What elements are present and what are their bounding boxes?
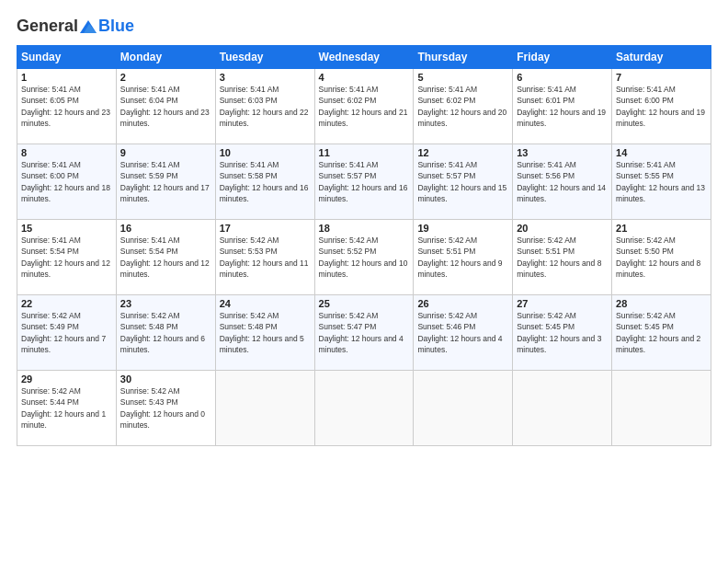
calendar-cell: 22 Sunrise: 5:42 AMSunset: 5:49 PMDaylig… <box>17 295 117 371</box>
calendar-cell: 4 Sunrise: 5:41 AMSunset: 6:02 PMDayligh… <box>314 69 414 144</box>
cell-info: Sunrise: 5:42 AMSunset: 5:46 PMDaylight:… <box>417 311 502 354</box>
calendar-table: SundayMondayTuesdayWednesdayThursdayFrid… <box>17 45 711 446</box>
dow-header: Tuesday <box>215 46 314 69</box>
calendar-cell: 5 Sunrise: 5:41 AMSunset: 6:02 PMDayligh… <box>414 69 513 144</box>
cell-info: Sunrise: 5:41 AMSunset: 6:02 PMDaylight:… <box>319 85 408 128</box>
day-number: 24 <box>220 298 311 309</box>
dow-header: Friday <box>513 46 612 69</box>
calendar-cell: 15 Sunrise: 5:41 AMSunset: 5:54 PMDaylig… <box>17 220 117 295</box>
calendar-cell: 2 Sunrise: 5:41 AMSunset: 6:04 PMDayligh… <box>116 69 215 144</box>
cell-info: Sunrise: 5:42 AMSunset: 5:45 PMDaylight:… <box>517 311 601 354</box>
dow-header: Wednesday <box>314 46 414 69</box>
calendar-cell <box>612 371 711 446</box>
day-number: 5 <box>417 72 508 83</box>
day-number: 3 <box>220 72 311 83</box>
cell-info: Sunrise: 5:42 AMSunset: 5:49 PMDaylight:… <box>21 311 106 354</box>
cell-info: Sunrise: 5:41 AMSunset: 6:03 PMDaylight:… <box>220 85 309 128</box>
calendar-cell: 21 Sunrise: 5:42 AMSunset: 5:50 PMDaylig… <box>612 220 711 295</box>
cell-info: Sunrise: 5:41 AMSunset: 6:01 PMDaylight:… <box>517 85 606 128</box>
cell-info: Sunrise: 5:41 AMSunset: 6:00 PMDaylight:… <box>21 160 110 203</box>
day-number: 16 <box>120 223 211 234</box>
cell-info: Sunrise: 5:41 AMSunset: 5:56 PMDaylight:… <box>517 160 606 203</box>
cell-info: Sunrise: 5:42 AMSunset: 5:51 PMDaylight:… <box>517 236 601 279</box>
day-number: 27 <box>517 298 608 309</box>
cell-info: Sunrise: 5:42 AMSunset: 5:48 PMDaylight:… <box>120 311 205 354</box>
day-number: 22 <box>21 298 112 309</box>
day-number: 20 <box>517 223 608 234</box>
cell-info: Sunrise: 5:42 AMSunset: 5:44 PMDaylight:… <box>21 386 106 430</box>
calendar-cell: 28 Sunrise: 5:42 AMSunset: 5:45 PMDaylig… <box>612 295 711 371</box>
calendar-cell: 11 Sunrise: 5:41 AMSunset: 5:57 PMDaylig… <box>314 144 414 220</box>
cell-info: Sunrise: 5:41 AMSunset: 5:58 PMDaylight:… <box>220 160 309 203</box>
cell-info: Sunrise: 5:41 AMSunset: 6:05 PMDaylight:… <box>21 85 110 128</box>
cell-info: Sunrise: 5:41 AMSunset: 6:00 PMDaylight:… <box>616 85 705 128</box>
day-number: 11 <box>319 147 410 158</box>
day-number: 25 <box>319 298 410 309</box>
calendar-cell: 20 Sunrise: 5:42 AMSunset: 5:51 PMDaylig… <box>513 220 612 295</box>
dow-header: Monday <box>116 46 215 69</box>
page: General Blue SundayMondayTuesdayWednesda… <box>0 0 728 563</box>
day-number: 28 <box>616 298 707 309</box>
day-number: 12 <box>417 147 508 158</box>
day-number: 29 <box>21 373 112 385</box>
calendar-cell: 24 Sunrise: 5:42 AMSunset: 5:48 PMDaylig… <box>215 295 314 371</box>
cell-info: Sunrise: 5:41 AMSunset: 5:59 PMDaylight:… <box>120 160 210 203</box>
cell-info: Sunrise: 5:41 AMSunset: 6:02 PMDaylight:… <box>417 85 506 128</box>
cell-info: Sunrise: 5:42 AMSunset: 5:53 PMDaylight:… <box>220 236 309 279</box>
logo-general: General <box>17 17 78 35</box>
logo: General Blue <box>17 17 134 36</box>
calendar-cell: 17 Sunrise: 5:42 AMSunset: 5:53 PMDaylig… <box>215 220 314 295</box>
day-number: 26 <box>417 298 508 309</box>
calendar-cell: 19 Sunrise: 5:42 AMSunset: 5:51 PMDaylig… <box>414 220 513 295</box>
calendar-cell: 1 Sunrise: 5:41 AMSunset: 6:05 PMDayligh… <box>17 69 117 144</box>
day-number: 7 <box>616 72 707 83</box>
calendar-cell <box>414 371 513 446</box>
day-number: 17 <box>220 223 311 234</box>
day-number: 21 <box>616 223 707 234</box>
cell-info: Sunrise: 5:41 AMSunset: 6:04 PMDaylight:… <box>120 85 210 128</box>
day-number: 15 <box>21 223 112 234</box>
cell-info: Sunrise: 5:42 AMSunset: 5:48 PMDaylight:… <box>220 311 304 354</box>
cell-info: Sunrise: 5:42 AMSunset: 5:51 PMDaylight:… <box>417 236 502 279</box>
calendar-cell: 13 Sunrise: 5:41 AMSunset: 5:56 PMDaylig… <box>513 144 612 220</box>
cell-info: Sunrise: 5:41 AMSunset: 5:57 PMDaylight:… <box>319 160 408 203</box>
calendar-cell <box>215 371 314 446</box>
calendar-cell: 12 Sunrise: 5:41 AMSunset: 5:57 PMDaylig… <box>414 144 513 220</box>
day-number: 23 <box>120 298 211 309</box>
calendar-cell: 16 Sunrise: 5:41 AMSunset: 5:54 PMDaylig… <box>116 220 215 295</box>
calendar-cell: 27 Sunrise: 5:42 AMSunset: 5:45 PMDaylig… <box>513 295 612 371</box>
dow-header: Sunday <box>17 46 117 69</box>
logo-icon <box>80 20 97 33</box>
cell-info: Sunrise: 5:42 AMSunset: 5:50 PMDaylight:… <box>616 236 700 279</box>
calendar-cell <box>314 371 414 446</box>
calendar-cell: 3 Sunrise: 5:41 AMSunset: 6:03 PMDayligh… <box>215 69 314 144</box>
cell-info: Sunrise: 5:42 AMSunset: 5:52 PMDaylight:… <box>319 236 408 279</box>
cell-info: Sunrise: 5:42 AMSunset: 5:47 PMDaylight:… <box>319 311 404 354</box>
calendar-cell: 8 Sunrise: 5:41 AMSunset: 6:00 PMDayligh… <box>17 144 117 220</box>
calendar-cell: 18 Sunrise: 5:42 AMSunset: 5:52 PMDaylig… <box>314 220 414 295</box>
cell-info: Sunrise: 5:41 AMSunset: 5:54 PMDaylight:… <box>120 236 210 279</box>
calendar-cell: 9 Sunrise: 5:41 AMSunset: 5:59 PMDayligh… <box>116 144 215 220</box>
cell-info: Sunrise: 5:41 AMSunset: 5:54 PMDaylight:… <box>21 236 110 279</box>
day-number: 6 <box>517 72 608 83</box>
cell-info: Sunrise: 5:41 AMSunset: 5:55 PMDaylight:… <box>616 160 705 203</box>
day-number: 14 <box>616 147 707 158</box>
day-number: 18 <box>319 223 410 234</box>
calendar-cell: 14 Sunrise: 5:41 AMSunset: 5:55 PMDaylig… <box>612 144 711 220</box>
day-number: 9 <box>120 147 211 158</box>
calendar-cell: 7 Sunrise: 5:41 AMSunset: 6:00 PMDayligh… <box>612 69 711 144</box>
calendar-cell: 6 Sunrise: 5:41 AMSunset: 6:01 PMDayligh… <box>513 69 612 144</box>
calendar-cell: 10 Sunrise: 5:41 AMSunset: 5:58 PMDaylig… <box>215 144 314 220</box>
header: General Blue <box>17 17 711 36</box>
calendar-cell: 30 Sunrise: 5:42 AMSunset: 5:43 PMDaylig… <box>116 371 215 446</box>
day-number: 4 <box>319 72 410 83</box>
cell-info: Sunrise: 5:42 AMSunset: 5:45 PMDaylight:… <box>616 311 700 354</box>
dow-header: Saturday <box>612 46 711 69</box>
day-number: 10 <box>220 147 311 158</box>
day-number: 2 <box>120 72 211 83</box>
day-number: 19 <box>417 223 508 234</box>
cell-info: Sunrise: 5:42 AMSunset: 5:43 PMDaylight:… <box>120 386 205 430</box>
day-number: 13 <box>517 147 608 158</box>
calendar-cell: 26 Sunrise: 5:42 AMSunset: 5:46 PMDaylig… <box>414 295 513 371</box>
dow-header: Thursday <box>414 46 513 69</box>
